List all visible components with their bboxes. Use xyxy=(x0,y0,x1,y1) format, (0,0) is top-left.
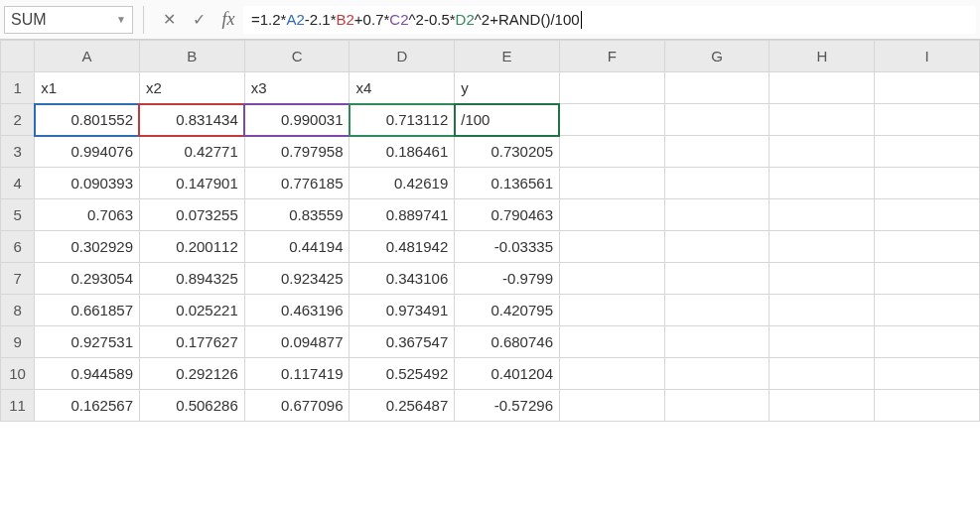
chevron-down-icon[interactable]: ▼ xyxy=(116,14,126,25)
row-header-3[interactable]: 3 xyxy=(1,136,35,168)
col-header-E[interactable]: E xyxy=(455,41,560,72)
cell-G11[interactable] xyxy=(664,390,770,422)
cell-C9[interactable]: 0.094877 xyxy=(244,326,350,358)
cell-D7[interactable]: 0.343106 xyxy=(350,263,455,295)
cell-G7[interactable] xyxy=(664,263,770,295)
col-header-C[interactable]: C xyxy=(244,41,350,72)
col-header-F[interactable]: F xyxy=(559,41,664,72)
formula-input[interactable]: =1.2*A2-2.1*B2+0.7*C2^2-0.5*D2^2+RAND()/… xyxy=(243,6,976,34)
cell-A2[interactable]: 0.801552 xyxy=(35,104,140,136)
cell-B8[interactable]: 0.025221 xyxy=(139,295,244,326)
col-header-B[interactable]: B xyxy=(139,41,244,72)
cell-H5[interactable] xyxy=(770,199,875,231)
name-box[interactable]: SUM ▼ xyxy=(4,6,133,34)
row-header-5[interactable]: 5 xyxy=(1,199,35,231)
cell-A8[interactable]: 0.661857 xyxy=(35,295,140,326)
cell-B7[interactable]: 0.894325 xyxy=(139,263,244,295)
cell-C8[interactable]: 0.463196 xyxy=(244,295,350,326)
insert-function-button[interactable]: fx xyxy=(213,6,243,34)
cell-F8[interactable] xyxy=(559,295,664,326)
cell-I2[interactable] xyxy=(875,104,980,136)
cell-F3[interactable] xyxy=(559,136,664,168)
cell-D1[interactable]: x4 xyxy=(350,72,455,104)
cell-E2-editing[interactable]: /100 xyxy=(455,104,560,136)
col-header-I[interactable]: I xyxy=(875,41,980,72)
cell-I8[interactable] xyxy=(875,295,980,326)
cell-E1[interactable]: y xyxy=(455,72,560,104)
cell-C6[interactable]: 0.44194 xyxy=(244,231,350,263)
row-header-1[interactable]: 1 xyxy=(1,72,35,104)
row-header-4[interactable]: 4 xyxy=(1,168,35,199)
cell-H2[interactable] xyxy=(770,104,875,136)
cell-A3[interactable]: 0.994076 xyxy=(35,136,140,168)
cell-E6[interactable]: -0.03335 xyxy=(455,231,560,263)
cell-A11[interactable]: 0.162567 xyxy=(35,390,140,422)
cell-F9[interactable] xyxy=(559,326,664,358)
cell-G1[interactable] xyxy=(664,72,770,104)
cell-I9[interactable] xyxy=(875,326,980,358)
row-header-9[interactable]: 9 xyxy=(1,326,35,358)
cell-I10[interactable] xyxy=(875,358,980,390)
cell-I3[interactable] xyxy=(875,136,980,168)
cell-D2[interactable]: 0.713112 xyxy=(350,104,455,136)
cell-G3[interactable] xyxy=(664,136,770,168)
cell-A7[interactable]: 0.293054 xyxy=(35,263,140,295)
cell-B5[interactable]: 0.073255 xyxy=(139,199,244,231)
cell-B10[interactable]: 0.292126 xyxy=(139,358,244,390)
cell-D9[interactable]: 0.367547 xyxy=(350,326,455,358)
cell-I4[interactable] xyxy=(875,168,980,199)
cell-F11[interactable] xyxy=(559,390,664,422)
cell-B1[interactable]: x2 xyxy=(139,72,244,104)
cell-G2[interactable] xyxy=(664,104,770,136)
col-header-D[interactable]: D xyxy=(350,41,455,72)
cell-H6[interactable] xyxy=(770,231,875,263)
row-header-2[interactable]: 2 xyxy=(1,104,35,136)
cell-G10[interactable] xyxy=(664,358,770,390)
cell-D4[interactable]: 0.42619 xyxy=(350,168,455,199)
cell-B6[interactable]: 0.200112 xyxy=(139,231,244,263)
cell-H7[interactable] xyxy=(770,263,875,295)
cell-D3[interactable]: 0.186461 xyxy=(350,136,455,168)
cell-B4[interactable]: 0.147901 xyxy=(139,168,244,199)
cell-C2[interactable]: 0.990031 xyxy=(244,104,350,136)
cell-F1[interactable] xyxy=(559,72,664,104)
cell-D5[interactable]: 0.889741 xyxy=(350,199,455,231)
row-header-10[interactable]: 10 xyxy=(1,358,35,390)
confirm-formula-button[interactable]: ✓ xyxy=(184,6,213,34)
cell-A9[interactable]: 0.927531 xyxy=(35,326,140,358)
cell-A10[interactable]: 0.944589 xyxy=(35,358,140,390)
cell-F2[interactable] xyxy=(559,104,664,136)
cell-E11[interactable]: -0.57296 xyxy=(455,390,560,422)
col-header-H[interactable]: H xyxy=(770,41,875,72)
cell-D10[interactable]: 0.525492 xyxy=(350,358,455,390)
cell-C1[interactable]: x3 xyxy=(244,72,350,104)
spreadsheet-grid[interactable]: A B C D E F G H I 1 x1 x2 x3 x4 y 2 0.80 xyxy=(0,40,980,422)
cell-F5[interactable] xyxy=(559,199,664,231)
cell-I6[interactable] xyxy=(875,231,980,263)
cell-C4[interactable]: 0.776185 xyxy=(244,168,350,199)
cell-H4[interactable] xyxy=(770,168,875,199)
row-header-8[interactable]: 8 xyxy=(1,295,35,326)
cell-D11[interactable]: 0.256487 xyxy=(350,390,455,422)
col-header-G[interactable]: G xyxy=(664,41,770,72)
cell-D6[interactable]: 0.481942 xyxy=(350,231,455,263)
cell-G4[interactable] xyxy=(664,168,770,199)
cell-G9[interactable] xyxy=(664,326,770,358)
select-all-corner[interactable] xyxy=(1,41,35,72)
cell-H9[interactable] xyxy=(770,326,875,358)
cell-B2[interactable]: 0.831434 xyxy=(139,104,244,136)
cell-F6[interactable] xyxy=(559,231,664,263)
cell-H8[interactable] xyxy=(770,295,875,326)
cell-I5[interactable] xyxy=(875,199,980,231)
cell-B11[interactable]: 0.506286 xyxy=(139,390,244,422)
cell-I1[interactable] xyxy=(875,72,980,104)
cell-C7[interactable]: 0.923425 xyxy=(244,263,350,295)
row-header-6[interactable]: 6 xyxy=(1,231,35,263)
cell-E10[interactable]: 0.401204 xyxy=(455,358,560,390)
row-header-11[interactable]: 11 xyxy=(1,390,35,422)
cell-F7[interactable] xyxy=(559,263,664,295)
cell-G6[interactable] xyxy=(664,231,770,263)
cell-H3[interactable] xyxy=(770,136,875,168)
cell-I11[interactable] xyxy=(875,390,980,422)
cell-C5[interactable]: 0.83559 xyxy=(244,199,350,231)
